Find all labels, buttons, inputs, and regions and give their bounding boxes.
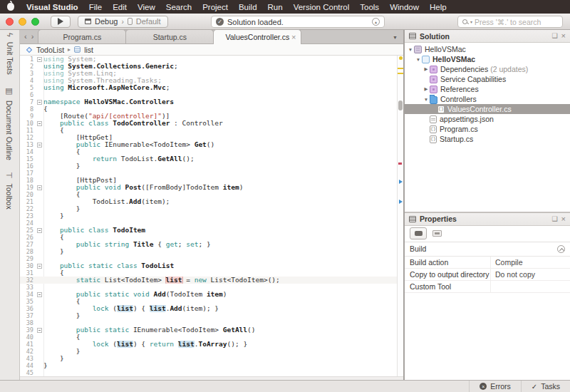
pkg-icon [430,66,437,73]
vs-mac-window: Visual StudioFileEditViewSearchProjectBu… [0,0,570,392]
tree-expander-icon[interactable]: ▼ [415,57,422,62]
tab-list-dropdown-icon[interactable]: ▼ [393,35,398,40]
code-line: 8{ [20,105,397,113]
collapse-group-icon[interactable] [557,245,565,253]
minimize-window-button[interactable] [19,18,26,26]
line-number: 17 [20,170,36,177]
tab-valuescontroller-cs[interactable]: ValuesController.cs × [213,29,301,44]
property-value[interactable]: Compile [490,257,565,268]
fold-toggle-icon[interactable] [37,185,42,190]
tree-item-program-cs[interactable]: Program.cs [405,124,570,134]
menubar-item-search[interactable]: Search [166,3,192,11]
run-button[interactable] [51,16,71,28]
navigate-forward-icon[interactable]: › [31,30,34,43]
menubar-item-project[interactable]: Project [202,3,228,11]
navigate-back-icon[interactable]: ‹ [24,30,27,43]
close-window-button[interactable] [6,18,14,26]
menubar-item-visual-studio[interactable]: Visual Studio [26,3,78,11]
menubar-item-file[interactable]: File [89,3,103,11]
alphabetical-view-icon [435,232,440,234]
property-value[interactable]: Do not copy [490,269,565,280]
code-line: 36 lock (list) { list.Add(item); } [20,305,397,312]
dock-panel-icon[interactable]: ❑ [551,33,557,39]
tasks-button[interactable]: ✓ Tasks [521,381,570,392]
menubar-item-build[interactable]: Build [239,3,257,11]
tab-startup-cs[interactable]: Startup.cs [125,29,214,43]
overview-ruler[interactable] [397,56,403,376]
search-field[interactable]: ▾ Press '⌘.' to search [457,16,563,28]
line-number: 29 [20,255,36,262]
line-number: 30 [20,262,36,269]
tree-item-hellovsmac[interactable]: ▼HelloVSMac [405,54,570,64]
code-text: } [43,212,397,220]
sidebar-item-label: Unit Tests [6,42,14,75]
tab-program-cs[interactable]: Program.cs [38,29,126,43]
tree-item-dependencies[interactable]: ▶Dependencies(2 updates) [405,64,570,74]
code-line: 34 public static void Add(TodoItem item) [20,291,397,298]
sidebar-item-unit-tests[interactable]: ϟ Unit Tests [6,33,14,75]
breadcrumb-member[interactable]: list [84,46,93,54]
apple-menu-icon[interactable] [7,3,14,11]
code-text: public class TodoController : Controller [43,120,397,127]
category-view-button[interactable] [410,227,427,239]
build-group-header[interactable]: Build [405,242,570,257]
code-line: 7namespace HelloVSMac.Controllers [20,98,397,105]
configuration-selector[interactable]: Debug › Default [78,16,168,28]
code-line: 40 { [20,334,397,341]
tree-item-references[interactable]: ▶References [405,84,570,94]
fold-toggle-icon[interactable] [37,57,42,62]
property-value[interactable] [490,281,565,292]
tree-item-hellovsmac[interactable]: ▼HelloVSMac [405,44,570,54]
close-panel-icon[interactable]: × [561,33,566,39]
fold-toggle-icon[interactable] [37,292,42,297]
tree-item-controllers[interactable]: ▼Controllers [405,94,570,104]
menubar-item-help[interactable]: Help [430,3,447,11]
check-icon: ✓ [216,18,224,26]
dock-panel-icon[interactable]: ❑ [551,216,557,222]
line-number: 36 [20,305,36,312]
tree-expander-icon[interactable]: ▼ [423,97,430,102]
tree-expander-icon[interactable]: ▶ [423,66,430,72]
close-tab-icon[interactable]: × [291,33,296,41]
menubar-item-tools[interactable]: Tools [360,3,379,11]
fold-toggle-icon[interactable] [37,143,42,148]
line-number: 34 [20,291,36,298]
menubar-item-version-control[interactable]: Version Control [294,3,350,11]
tab-label: ValuesController.cs [226,33,290,41]
fold-column [36,228,43,233]
errors-button[interactable]: × Errors [469,381,521,392]
menubar-item-edit[interactable]: Edit [113,3,127,11]
close-panel-icon[interactable]: × [561,216,566,222]
breadcrumb-type[interactable]: TodoList [36,46,64,54]
tree-item-valuescontroller-cs[interactable]: ValuesController.cs [405,104,570,114]
sidebar-item-document-outline[interactable]: ▤ Document Outline [5,86,14,160]
tree-expander-icon[interactable]: ▶ [423,86,430,92]
code-text: static List<TodoItem> list = new List<To… [43,277,397,284]
bookmark-marker [399,200,403,204]
code-editor[interactable]: 1using System;2using System.Collections.… [20,56,403,376]
tab-label: Startup.cs [153,33,187,41]
menubar-item-window[interactable]: Window [390,3,419,11]
menubar-item-view[interactable]: View [138,3,155,11]
line-number: 11 [20,127,36,134]
tree-expander-icon[interactable]: ▼ [407,47,414,52]
tree-item-service-capabilities[interactable]: Service Capabilities [405,74,570,84]
sidebar-item-toolbox[interactable]: ⊤ Toolbox [5,172,14,210]
solution-panel-header: Solution ❑ × [405,30,570,43]
tree-item-label: appsettings.json [440,115,494,123]
menubar-item-run[interactable]: Run [268,3,283,11]
fold-toggle-icon[interactable] [37,328,42,333]
fold-toggle-icon[interactable] [37,228,42,233]
properties-panel: Properties ❑ × Build Build actionCompile… [405,213,570,381]
alphabetical-view-button[interactable] [432,230,442,237]
device-icon [128,18,133,25]
lightning-icon: ϟ [6,33,14,37]
fold-toggle-icon[interactable] [37,121,42,126]
tree-item-label: Dependencies [440,65,488,73]
scrollbar-thumb[interactable] [398,100,403,110]
fold-toggle-icon[interactable] [37,100,42,105]
tree-item-appsettings-json[interactable]: appsettings.json [405,114,570,124]
tree-item-startup-cs[interactable]: Startup.cs [405,134,570,144]
zoom-window-button[interactable] [31,18,39,26]
fold-toggle-icon[interactable] [37,264,42,269]
